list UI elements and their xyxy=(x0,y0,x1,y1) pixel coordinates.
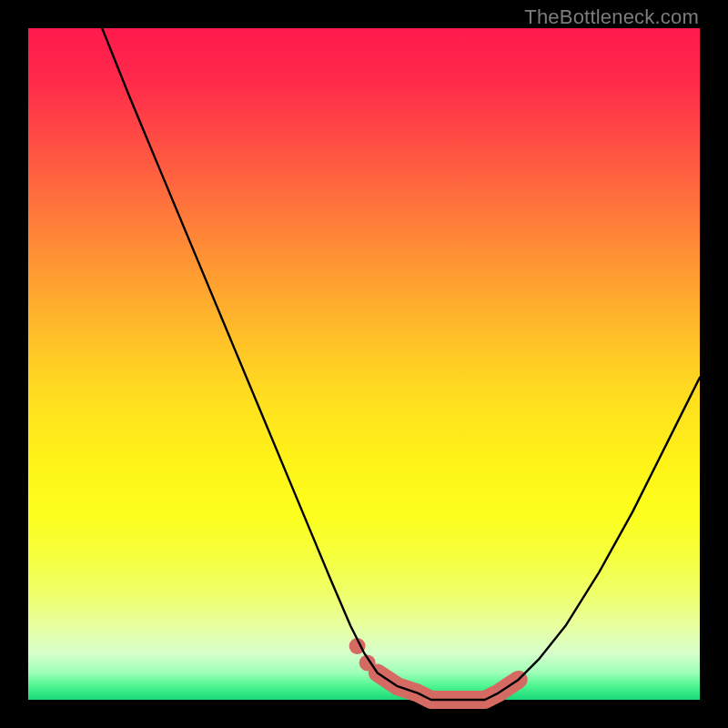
plot-area xyxy=(28,28,700,700)
chart-stage: TheBottleneck.com xyxy=(0,0,728,728)
bottleneck-curve xyxy=(102,28,700,700)
curve-svg xyxy=(28,28,700,700)
watermark-text: TheBottleneck.com xyxy=(524,5,699,29)
